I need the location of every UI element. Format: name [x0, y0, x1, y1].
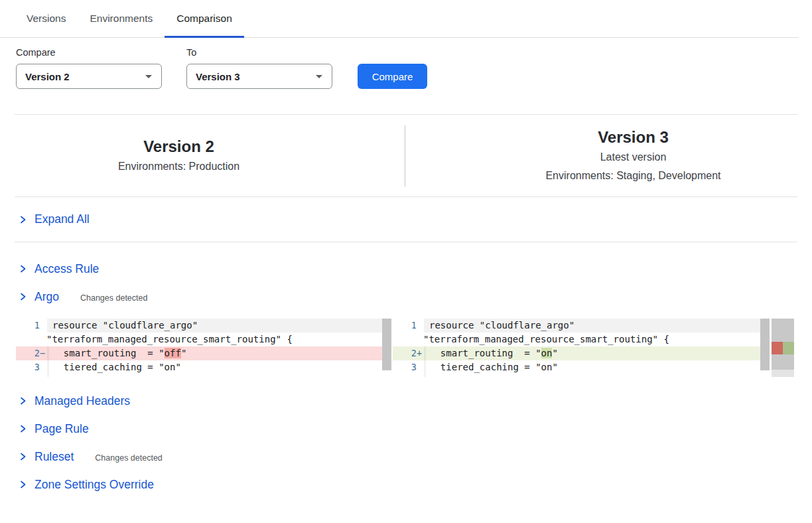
tab-comparison[interactable]: Comparison	[165, 0, 244, 37]
expand-all-label: Expand All	[34, 212, 90, 226]
chevron-right-icon	[19, 479, 27, 490]
resource-sections: Access Rule Argo Changes detected 1resou…	[0, 242, 812, 492]
diff-line: 1resource "cloudflare_argo"	[393, 319, 770, 333]
diff-code-right: 1resource "cloudflare_argo""terraform_ma…	[393, 319, 770, 377]
section-argo[interactable]: Argo Changes detected	[19, 289, 812, 305]
right-version-environments: Environments: Staging, Development	[454, 167, 812, 185]
compare-button[interactable]: Compare	[358, 64, 427, 89]
diff-line: }	[16, 374, 391, 377]
diff-line: 2− smart_routing = "off"	[16, 346, 391, 360]
version-headers: Version 2 Environments: Production Versi…	[0, 115, 812, 196]
diff-line: 3 tiered_caching = "on"	[16, 360, 391, 374]
diff-line: 2+ smart_routing = "on"	[393, 346, 770, 360]
chevron-right-icon	[19, 423, 27, 434]
scrollbar-thumb[interactable]	[760, 319, 770, 370]
version-header-right: Version 3 Latest version Environments: S…	[407, 115, 812, 196]
section-ruleset[interactable]: Ruleset Changes detected	[19, 449, 812, 465]
section-page-rule[interactable]: Page Rule	[19, 421, 812, 437]
argo-diff-viewer: 1resource "cloudflare_argo""terraform_ma…	[16, 319, 794, 377]
tab-bar: Versions Environments Comparison	[0, 0, 799, 38]
minimap-track	[772, 370, 794, 377]
tab-environments[interactable]: Environments	[78, 0, 165, 37]
section-label: Zone Settings Override	[34, 478, 154, 492]
compare-from-label: Compare	[16, 47, 162, 58]
expand-all-button[interactable]: Expand All	[0, 197, 812, 242]
minimap-added-marker	[783, 342, 794, 354]
section-label: Managed Headers	[34, 394, 130, 408]
vertical-divider	[405, 125, 405, 187]
section-zone-settings-override[interactable]: Zone Settings Override	[19, 477, 812, 492]
changes-detected-badge: Changes detected	[95, 451, 162, 463]
section-label: Ruleset	[34, 450, 74, 464]
chevron-right-icon	[19, 396, 27, 406]
section-label: Access Rule	[34, 262, 99, 276]
compare-to-value: Version 3	[196, 71, 240, 82]
chevron-right-icon	[19, 451, 27, 462]
diff-pane-right: 1resource "cloudflare_argo""terraform_ma…	[393, 319, 770, 377]
diff-line: 1resource "cloudflare_argo"	[16, 319, 391, 333]
diff-line: 3 tiered_caching = "on"	[393, 360, 770, 374]
compare-from-value: Version 2	[25, 71, 70, 82]
left-version-environments: Environments: Production	[0, 158, 358, 175]
minimap-change-marker	[772, 342, 794, 354]
compare-to-label: To	[186, 47, 332, 58]
compare-from-select[interactable]: Version 2	[16, 64, 162, 89]
chevron-right-icon	[19, 263, 27, 274]
diff-pane-left: 1resource "cloudflare_argo""terraform_ma…	[16, 319, 391, 377]
right-version-title: Version 3	[454, 127, 812, 147]
section-access-rule[interactable]: Access Rule	[19, 261, 812, 277]
changes-detected-badge: Changes detected	[80, 291, 147, 303]
diff-line: "terraform_managed_resource_smart_routin…	[393, 333, 770, 346]
diff-minimap[interactable]	[772, 319, 794, 377]
right-version-latest: Latest version	[454, 149, 812, 166]
compare-to-select[interactable]: Version 3	[186, 64, 332, 89]
left-version-title: Version 2	[0, 137, 358, 157]
scrollbar-left[interactable]	[382, 319, 391, 377]
diff-line: }	[393, 374, 770, 377]
compare-form: Compare Version 2 To Version 3 Compare	[0, 38, 812, 89]
section-label: Argo	[34, 290, 59, 304]
chevron-right-icon	[19, 291, 27, 302]
diff-line: "terraform_managed_resource_smart_routin…	[16, 333, 391, 346]
minimap-removed-marker	[772, 342, 783, 354]
scrollbar-right[interactable]	[760, 319, 770, 377]
version-header-left: Version 2 Environments: Production	[0, 115, 407, 196]
chevron-down-icon	[145, 75, 152, 78]
tab-versions[interactable]: Versions	[15, 0, 78, 37]
scrollbar-thumb[interactable]	[382, 319, 391, 370]
chevron-down-icon	[316, 75, 322, 78]
section-label: Page Rule	[34, 422, 89, 436]
diff-code-left: 1resource "cloudflare_argo""terraform_ma…	[16, 319, 391, 377]
chevron-right-icon	[19, 214, 27, 225]
section-managed-headers[interactable]: Managed Headers	[19, 393, 812, 409]
